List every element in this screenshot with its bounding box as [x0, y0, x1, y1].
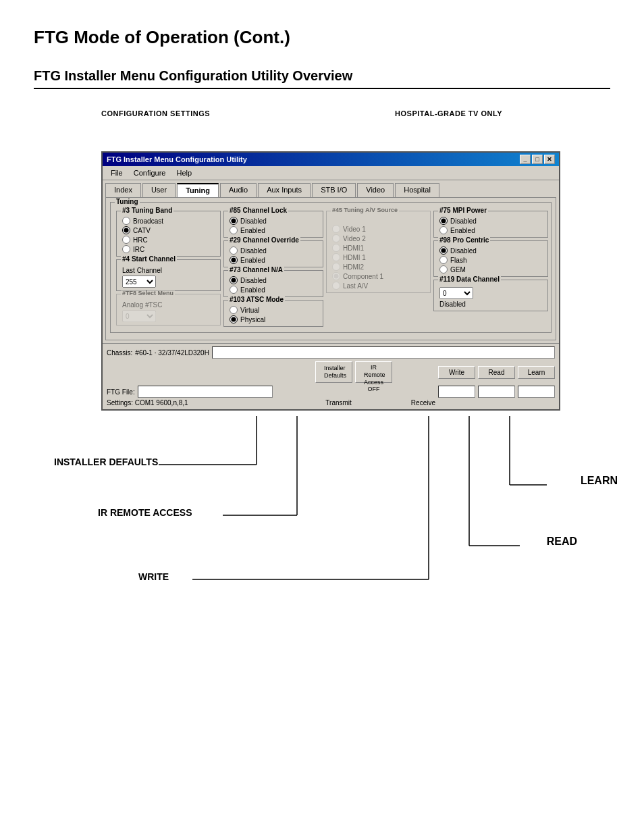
- menu-file[interactable]: File: [105, 167, 128, 178]
- ftg-file-label: FTG File:: [107, 388, 135, 396]
- pc-disabled-label: Disabled: [450, 247, 477, 255]
- physical-row[interactable]: Physical: [230, 315, 317, 323]
- chassis-input[interactable]: [212, 346, 555, 359]
- app-title: FTG Installer Menu Configuration Utility: [107, 155, 247, 163]
- lock-enabled-row[interactable]: Enabled: [230, 226, 317, 234]
- write-file-input[interactable]: [438, 386, 475, 398]
- installer-defaults-callout: INSTALLER DEFAULTS: [54, 457, 158, 467]
- pc-gem-radio[interactable]: [439, 265, 448, 273]
- minimize-button[interactable]: _: [520, 155, 531, 164]
- tab-user[interactable]: User: [142, 183, 176, 197]
- catv-radio-row[interactable]: CATV: [122, 226, 215, 234]
- video2-label: Video 2: [343, 235, 366, 242]
- atsc-mode-label: #103 ATSC Mode: [228, 296, 285, 303]
- tuning-tab-content: Tuning #3 Tuning Band Broadcast: [105, 197, 556, 340]
- installer-defaults-button[interactable]: Installer Defaults: [315, 361, 352, 383]
- video1-label: Video 1: [343, 226, 366, 233]
- tab-aux-inputs[interactable]: Aux Inputs: [258, 183, 311, 197]
- pc-flash-radio[interactable]: [439, 256, 448, 264]
- restore-button[interactable]: □: [532, 155, 543, 164]
- virtual-row[interactable]: Virtual: [230, 306, 317, 314]
- titlebar-buttons: _ □ ✕: [520, 155, 555, 164]
- video1-row: Video 1: [332, 225, 425, 233]
- transmit-label: Transmit: [325, 399, 352, 407]
- physical-radio[interactable]: [230, 315, 238, 323]
- read-file-input[interactable]: [478, 386, 515, 398]
- ftg-select-label: #TF8 Select Menu: [121, 290, 175, 296]
- learn-button[interactable]: Learn: [518, 366, 555, 379]
- pro-centric-box: #98 Pro Centric Disabled Flash: [433, 240, 548, 277]
- start-channel-box: #4 Start Channel Last Channel 255: [116, 259, 221, 291]
- write-callout: WRITE: [138, 571, 169, 582]
- override-enabled-label: Enabled: [240, 257, 265, 264]
- ir-remote-button[interactable]: IR Remote Access OFF: [355, 361, 392, 383]
- override-enabled-radio[interactable]: [230, 256, 238, 264]
- pc-disabled-radio[interactable]: [439, 246, 448, 255]
- app-window: FTG Installer Menu Configuration Utility…: [101, 151, 560, 411]
- component1-label: Component 1: [343, 273, 383, 280]
- hdmi1-label: HDMI1: [343, 244, 364, 252]
- pc-flash-row[interactable]: Flash: [439, 256, 542, 264]
- mpi-enabled-row[interactable]: Enabled: [439, 226, 542, 234]
- read-button[interactable]: Read: [478, 366, 515, 379]
- tab-video[interactable]: Video: [357, 183, 394, 197]
- tab-hospital[interactable]: Hospital: [395, 183, 439, 197]
- tuning-section: Tuning #3 Tuning Band Broadcast: [110, 202, 552, 333]
- lock-disabled-radio[interactable]: [230, 217, 238, 225]
- settings-text: Settings: COM1 9600,n,8,1: [107, 399, 188, 407]
- irc-radio-row[interactable]: IRC: [122, 245, 215, 253]
- hdm11-label: HDMI 1: [343, 254, 366, 261]
- broadcast-radio-row[interactable]: Broadcast: [122, 217, 215, 225]
- override-disabled-row[interactable]: Disabled: [230, 246, 317, 255]
- chassis-value: #60-1 · 32/37/42LD320H: [135, 349, 209, 357]
- tab-tuning[interactable]: Tuning: [177, 183, 219, 197]
- video2-row: Video 2: [332, 234, 425, 242]
- close-button[interactable]: ✕: [544, 155, 555, 164]
- menu-help[interactable]: Help: [171, 167, 197, 178]
- app-bottom-area: Chassis: #60-1 · 32/37/42LD320H Installe…: [103, 343, 559, 409]
- data-channel-select[interactable]: 0: [439, 287, 473, 299]
- write-button[interactable]: Write: [438, 366, 475, 379]
- nax-disabled-row[interactable]: Disabled: [230, 276, 317, 284]
- ftg-select-dropdown[interactable]: 0: [122, 310, 156, 322]
- nax-enabled-radio[interactable]: [230, 286, 238, 294]
- nax-disabled-radio[interactable]: [230, 276, 238, 284]
- mpi-enabled-label: Enabled: [450, 227, 475, 234]
- chassis-label: Chassis:: [107, 349, 132, 357]
- data-channel-box: #119 Data Channel 0 Disabled: [433, 280, 548, 311]
- hrc-radio[interactable]: [122, 236, 130, 244]
- mpi-enabled-radio[interactable]: [439, 226, 448, 234]
- channel-lock-label: #85 Channel Lock: [228, 207, 288, 214]
- mpi-disabled-row[interactable]: Disabled: [439, 217, 542, 225]
- mpi-disabled-radio[interactable]: [439, 217, 448, 225]
- component1-row: Component 1: [332, 272, 425, 280]
- tuning-label: Tuning: [115, 198, 140, 205]
- catv-radio[interactable]: [122, 226, 130, 234]
- tab-index[interactable]: Index: [105, 183, 141, 197]
- lock-enabled-radio[interactable]: [230, 226, 238, 234]
- learn-file-input[interactable]: [518, 386, 555, 398]
- last-channel-select[interactable]: 255: [122, 276, 156, 288]
- broadcast-radio[interactable]: [122, 217, 130, 225]
- channel-nax-box: #73 Channel N/A Disabled Enabled: [223, 270, 323, 297]
- section-title: FTG Installer Menu Configuration Utility…: [34, 68, 610, 84]
- hrc-radio-row[interactable]: HRC: [122, 236, 215, 244]
- channel-override-label: #29 Channel Override: [228, 236, 300, 244]
- tab-stb-io[interactable]: STB I/O: [312, 183, 356, 197]
- mpi-power-box: #75 MPI Power Disabled Enabled: [433, 211, 548, 238]
- override-disabled-radio[interactable]: [230, 246, 238, 255]
- lock-disabled-row[interactable]: Disabled: [230, 217, 317, 225]
- nax-enabled-row[interactable]: Enabled: [230, 286, 317, 294]
- pc-disabled-row[interactable]: Disabled: [439, 246, 542, 255]
- virtual-radio[interactable]: [230, 306, 238, 314]
- tab-audio[interactable]: Audio: [220, 183, 257, 197]
- callout-area: INSTALLER DEFAULTS IR REMOTE ACCESS WRIT…: [47, 411, 628, 681]
- lock-disabled-label: Disabled: [240, 217, 267, 225]
- menu-configure[interactable]: Configure: [128, 167, 171, 178]
- ftg-file-input[interactable]: [138, 386, 273, 398]
- override-enabled-row[interactable]: Enabled: [230, 256, 317, 264]
- irc-radio[interactable]: [122, 245, 130, 253]
- irc-label: IRC: [133, 246, 144, 253]
- pc-gem-row[interactable]: GEM: [439, 265, 542, 273]
- nax-enabled-label: Enabled: [240, 286, 265, 294]
